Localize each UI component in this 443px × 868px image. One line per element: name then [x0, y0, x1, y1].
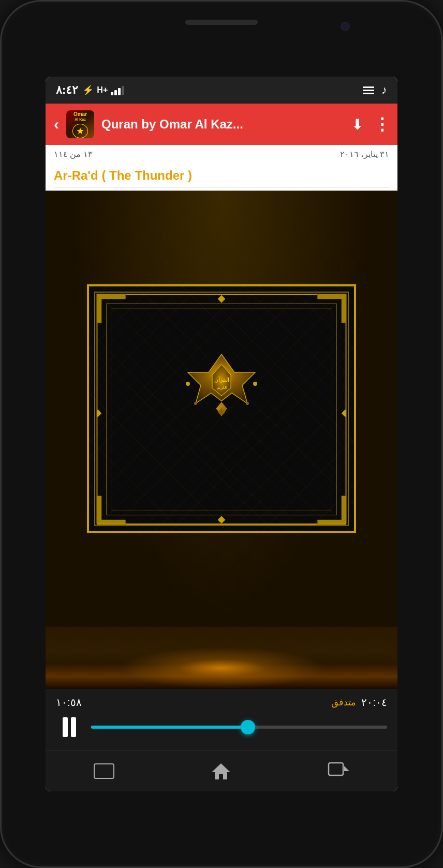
front-camera [341, 22, 350, 31]
album-art-background: القرآن الكريم [46, 191, 397, 689]
network-indicator: H+ [97, 85, 108, 95]
more-options-button[interactable]: ⋮ [374, 114, 389, 134]
quran-cover-area: القرآن الكريم [46, 191, 397, 627]
medallion-svg: القرآن الكريم [170, 352, 273, 466]
back-button[interactable]: ‹ [54, 115, 59, 133]
menu-line-1 [363, 86, 374, 88]
nav-recent-button[interactable] [328, 762, 349, 780]
svg-point-18 [194, 402, 197, 405]
phone-screen: ٨:٤٢ ⚡ H+ ♪ [46, 77, 397, 791]
app-icon-inner: Omar Al Kaz [66, 110, 94, 138]
app-icon-text-2: Al Kaz [73, 118, 87, 122]
svg-point-19 [246, 402, 249, 405]
toolbar-title: Quran by Omar Al Kaz... [101, 117, 344, 132]
player-controls: ١٠:٥٨ متدفق ٢٠:٠٤ [46, 689, 397, 750]
streaming-label: متدفق [331, 697, 356, 708]
toolbar-actions: ⬇ ⋮ [351, 114, 389, 134]
svg-marker-22 [344, 766, 349, 771]
app-toolbar: ‹ Omar Al Kaz Quran by Omar Al Kaz... ⬇ … [46, 104, 397, 145]
nav-recent-icon [328, 762, 349, 780]
quran-glow [46, 627, 397, 689]
svg-marker-20 [212, 763, 230, 779]
time-total-area: متدفق ٢٠:٠٤ [331, 696, 387, 708]
nav-back-icon [94, 763, 114, 779]
total-time: ٢٠:٠٤ [361, 696, 387, 708]
status-right: ♪ [363, 83, 387, 97]
svg-marker-7 [97, 409, 101, 417]
signal-bar-3 [118, 88, 121, 95]
pause-button[interactable] [56, 714, 83, 741]
time-row: ١٠:٥٨ متدفق ٢٠:٠٤ [56, 696, 387, 708]
glow-light [118, 647, 325, 689]
signal-bar-1 [111, 92, 113, 95]
current-time: ١٠:٥٨ [56, 696, 82, 708]
episode-date: ٣١ يناير، ٢٠١٦ [340, 149, 389, 159]
pause-bar-1 [63, 717, 68, 737]
progress-track[interactable] [91, 726, 387, 729]
svg-point-17 [253, 382, 257, 386]
speaker-grille [185, 20, 258, 25]
svg-point-16 [186, 382, 190, 386]
pause-icon [63, 717, 76, 737]
status-time: ٨:٤٢ [56, 83, 78, 97]
svg-marker-9 [218, 516, 226, 524]
svg-text:القرآن: القرآن [214, 377, 229, 383]
quran-inner-pattern: القرآن الكريم [96, 294, 347, 524]
nav-bar [46, 750, 397, 791]
nav-home-button[interactable] [211, 761, 231, 782]
surah-title: Ar-Ra'd ( The Thunder ) [54, 168, 389, 187]
nav-home-icon [211, 761, 231, 782]
progress-fill [91, 726, 248, 729]
svg-marker-6 [218, 295, 226, 303]
menu-line-3 [363, 93, 374, 94]
svg-text:الكريم: الكريم [217, 385, 227, 390]
svg-marker-8 [342, 409, 346, 417]
signal-bar-2 [114, 90, 117, 95]
signal-bar-4 [122, 86, 124, 95]
battery-icon: ⚡ [82, 84, 94, 96]
app-icon: Omar Al Kaz [66, 110, 94, 138]
menu-icon [363, 86, 374, 94]
status-left: ٨:٤٢ ⚡ H+ [56, 83, 124, 97]
controls-row [56, 714, 387, 741]
quran-cover: القرآن الكريم [87, 284, 356, 533]
nav-back-button[interactable] [94, 763, 114, 779]
center-medallion: القرآن الكريم [170, 357, 273, 460]
menu-line-2 [363, 90, 374, 91]
progress-thumb[interactable] [241, 720, 255, 734]
subtitle-bar: ١٣ من ١١٤ ٣١ يناير، ٢٠١٦ [46, 145, 397, 163]
surah-title-bar: Ar-Ra'd ( The Thunder ) [46, 163, 397, 191]
app-icon-text-1: Omar [73, 111, 87, 118]
status-icons: ⚡ H+ [82, 84, 124, 96]
album-art: القرآن الكريم [46, 191, 397, 689]
episode-count: ١٣ من ١١٤ [54, 149, 93, 159]
pause-bar-2 [71, 717, 76, 737]
phone-frame: ٨:٤٢ ⚡ H+ ♪ [0, 0, 443, 868]
music-icon: ♪ [381, 83, 387, 97]
signal-bars [111, 85, 124, 95]
status-bar: ٨:٤٢ ⚡ H+ ♪ [46, 77, 397, 104]
download-button[interactable]: ⬇ [351, 116, 363, 133]
svg-rect-21 [329, 763, 343, 775]
